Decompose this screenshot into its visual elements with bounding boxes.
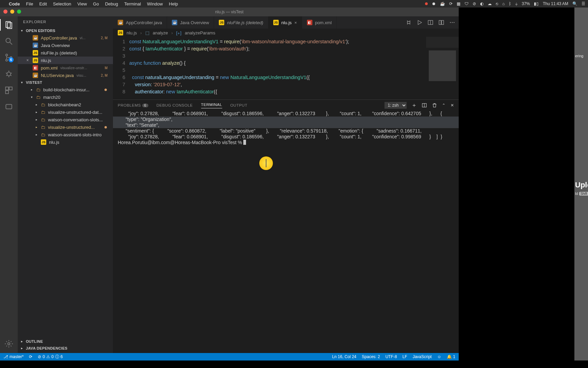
split-preview-icon[interactable] <box>427 19 434 26</box>
run-icon[interactable] <box>416 19 423 26</box>
battery-text[interactable]: 37% <box>522 1 530 6</box>
explorer-icon[interactable] <box>4 20 13 29</box>
editor-tab[interactable]: JSnluFile.js (deleted) <box>214 16 268 29</box>
new-terminal-icon[interactable]: ＋ <box>411 102 417 109</box>
vscode-window: nlu.js — visTest 6 <box>0 7 459 361</box>
code-editor[interactable]: 12345678 const NaturalLanguageUnderstand… <box>113 37 459 99</box>
open-editor-item[interactable]: ☕AppController.javavi...2, M <box>18 34 113 42</box>
diagnostics[interactable]: ⊘ 0 ⚠ 0 ⓘ 6 <box>38 354 63 360</box>
search-icon[interactable] <box>4 37 13 46</box>
battery-icon[interactable]: ▮▯ <box>534 1 539 6</box>
menu-extra-icon[interactable]: ⌂ <box>502 1 505 6</box>
bluetooth-icon[interactable]: ᛒ <box>509 1 511 6</box>
close-icon[interactable]: × <box>294 20 297 25</box>
split-terminal-icon[interactable] <box>422 103 427 108</box>
open-editor-item[interactable]: ×JSnlu.js <box>18 57 113 64</box>
folder-item[interactable]: ▸🗀build-blockchain-insur... <box>18 86 113 93</box>
minimize-window-button[interactable] <box>10 10 14 14</box>
open-editors-header[interactable]: ▾ OPEN EDITORS <box>18 27 113 34</box>
editor-tab[interactable]: JSnlu.js× <box>268 16 302 29</box>
mac-menu-view[interactable]: View <box>77 1 87 6</box>
folder-item[interactable]: ▸🗀blockchainbean2 <box>18 101 113 108</box>
terminal-scrollbar[interactable] <box>113 312 459 353</box>
md-file-icon: ☕ <box>172 20 177 25</box>
panel-tab-terminal[interactable]: TERMINAL <box>201 103 222 108</box>
file-item[interactable]: JSnlu.js <box>18 138 113 146</box>
folder-item[interactable]: ▸🗀visualize-unstructured... <box>18 123 113 131</box>
kill-terminal-icon[interactable] <box>432 103 437 108</box>
search-icon[interactable]: 🔍 <box>572 1 577 6</box>
menu-extra-icon[interactable]: ⎋ <box>496 1 498 6</box>
folder-item[interactable]: ▸🗀watson-assistant-slots-intro <box>18 131 113 138</box>
menu-extra-icon[interactable]: 🛡 <box>464 1 469 6</box>
minimap[interactable] <box>426 37 459 99</box>
feedback-icon[interactable]: ☺ <box>437 354 441 359</box>
workspace-header[interactable]: ▾ VISTEST <box>18 79 113 86</box>
editor-tab[interactable]: ◧pom.xml <box>302 16 337 29</box>
breadcrumb[interactable]: JS nlu.js › ⬚ analyze › [∘] analyzeParam… <box>113 29 459 37</box>
source-control-icon[interactable]: 6 <box>4 53 13 62</box>
open-editor-item[interactable]: JSnluFile.js (deleted) <box>18 49 113 57</box>
cursor-position[interactable]: Ln 16, Col 24 <box>332 354 356 359</box>
gear-icon[interactable] <box>4 339 13 348</box>
mac-menu-window[interactable]: Window <box>147 1 163 6</box>
mac-menu-terminal[interactable]: Terminal <box>124 1 141 6</box>
compare-changes-icon[interactable] <box>406 19 412 26</box>
zoom-window-button[interactable] <box>17 10 21 14</box>
sync-icon[interactable]: ⟳ <box>29 354 32 359</box>
encoding[interactable]: UTF-8 <box>386 354 397 359</box>
debug-icon[interactable] <box>4 70 13 78</box>
folder-item[interactable]: ▾🗀march20 <box>18 93 113 101</box>
menu-extra-icon[interactable]: ⟳ <box>449 1 453 6</box>
indentation[interactable]: Spaces: 2 <box>362 354 380 359</box>
panel-tab-debug[interactable]: DEBUG CONSOLE <box>157 103 193 107</box>
open-editor-item[interactable]: ◧pom.xmlvisualize-unstr...M <box>18 64 113 72</box>
mac-menu-help[interactable]: Help <box>169 1 178 6</box>
editor-tab[interactable]: ☕AppController.java <box>113 16 167 29</box>
folder-icon: 🗀 <box>41 132 45 137</box>
panel-tab-problems[interactable]: PROBLEMS 6 <box>118 103 148 107</box>
maximize-panel-icon[interactable]: ⌃ <box>442 103 446 108</box>
open-editor-item[interactable]: ☕NLUService.javavisu...2, M <box>18 72 113 79</box>
outline-header[interactable]: ▸ OUTLINE <box>18 338 113 345</box>
close-icon[interactable]: × <box>25 58 30 63</box>
split-editor-icon[interactable] <box>438 19 444 26</box>
close-panel-icon[interactable]: ✕ <box>451 103 454 108</box>
extensions-icon[interactable] <box>4 86 13 95</box>
menu-extra-record-icon[interactable] <box>425 2 428 5</box>
java-deps-header[interactable]: ▸ JAVA DEPENDENCIES <box>18 345 113 352</box>
close-window-button[interactable] <box>3 10 7 14</box>
language-mode[interactable]: JavaScript <box>413 354 432 359</box>
folder-item[interactable]: ▸🗀watson-conversation-slots... <box>18 116 113 123</box>
mac-menu-debug[interactable]: Debug <box>105 1 118 6</box>
menu-extra-icon[interactable]: ⏺ <box>432 1 436 6</box>
code-area[interactable]: const NaturalLanguageUnderstandingV1 = r… <box>129 37 426 99</box>
mac-menu-edit[interactable]: Edit <box>39 1 47 6</box>
git-branch[interactable]: ⎇ master* <box>3 354 23 359</box>
mac-menu-selection[interactable]: Selection <box>53 1 71 6</box>
mac-menu-file[interactable]: File <box>26 1 33 6</box>
menu-extra-icon[interactable]: ◐ <box>480 1 484 6</box>
live-share-icon[interactable] <box>4 102 13 111</box>
wifi-icon[interactable]: ⏚ <box>515 1 518 6</box>
clock[interactable]: Thu 11:43 AM <box>543 1 568 6</box>
control-center-icon[interactable]: ☰ <box>582 1 585 6</box>
menu-extra-icon[interactable]: ⊘ <box>473 1 476 6</box>
notifications-icon[interactable]: 🔔 1 <box>447 354 455 359</box>
terminal-picker[interactable]: 1: zsh <box>385 102 407 109</box>
menu-extra-icon[interactable]: ▦ <box>457 1 460 6</box>
terminal[interactable]: "joy": 0.27828, "fear": 0.068901, "disgu… <box>113 111 459 312</box>
menu-extra-icon[interactable]: ☁ <box>488 1 492 6</box>
folder-item[interactable]: ▸🗀visualize-unstructured-dat... <box>18 108 113 116</box>
more-icon[interactable] <box>449 19 455 26</box>
svg-rect-9 <box>9 87 12 90</box>
eol[interactable]: LF <box>403 354 407 359</box>
editor-tab[interactable]: ☕Java Overview <box>167 16 214 29</box>
open-editor-item[interactable]: ☕Java Overview <box>18 42 113 49</box>
terminal-prompt[interactable]: Horea.Porutiu@ibm.com@Horeas-MacBook-Pro… <box>118 140 246 145</box>
menu-extra-icon[interactable]: ☕ <box>440 1 445 6</box>
mac-menu-go[interactable]: Go <box>93 1 99 6</box>
panel-tab-output[interactable]: OUTPUT <box>230 103 247 107</box>
mac-app-name[interactable]: Code <box>9 1 20 6</box>
titlebar[interactable]: nlu.js — visTest <box>0 7 459 16</box>
